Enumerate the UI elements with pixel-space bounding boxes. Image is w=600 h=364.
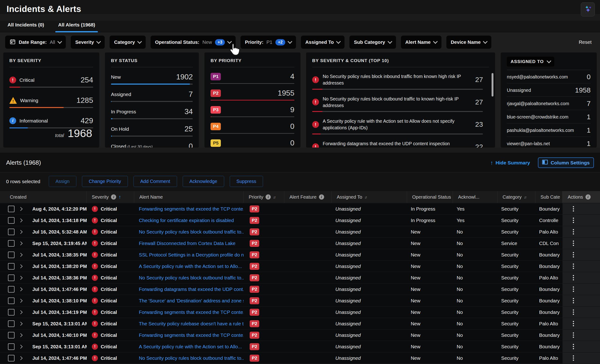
column-header-priority[interactable]: Priorityi↓↑: [244, 191, 284, 203]
alert-name-link[interactable]: A Security policy rule with the Action s…: [139, 263, 242, 269]
column-header-actions[interactable]: Actionsi: [562, 191, 600, 203]
filter-chip-alert-name[interactable]: Alert Name: [401, 36, 441, 49]
row-expand-chevron-icon[interactable]: [19, 322, 23, 326]
row-expand-chevron-icon[interactable]: [19, 241, 23, 245]
cell-category: Service: [497, 238, 535, 249]
acknowledge-button[interactable]: Acknowledge: [183, 176, 224, 187]
column-header-sub-cate[interactable]: Sub Cate: [535, 191, 562, 203]
assign-button[interactable]: Assign: [49, 176, 76, 187]
alert-name-link[interactable]: No Security policy rules block outbound …: [139, 275, 244, 281]
alert-name-link[interactable]: Firewall Disconnected from Cortex Data L…: [139, 241, 235, 246]
row-checkbox[interactable]: [8, 275, 15, 281]
row-checkbox[interactable]: [8, 332, 15, 338]
row-actions-menu-icon[interactable]: [572, 308, 575, 316]
row-actions-menu-icon[interactable]: [572, 342, 575, 351]
row-checkbox[interactable]: [8, 355, 15, 361]
alert-name-link[interactable]: No Security policy rules block outbound …: [139, 229, 244, 235]
row-expand-chevron-icon[interactable]: [19, 230, 23, 234]
alert-name-link[interactable]: No Security policy rules block outbound …: [139, 355, 244, 361]
row-actions-menu-icon[interactable]: [572, 319, 575, 328]
alerts-title-bar: Alerts (1968) ↑ Hide Summary Column Sett…: [0, 153, 600, 172]
row-checkbox[interactable]: [8, 240, 15, 247]
tab-all-alerts[interactable]: All Alerts (1968): [57, 21, 96, 32]
row-expand-chevron-icon[interactable]: [19, 345, 23, 349]
row-actions-menu-icon[interactable]: [572, 239, 575, 247]
priority-badge: P2: [250, 332, 259, 339]
row-expand-chevron-icon[interactable]: [19, 333, 23, 337]
row-checkbox[interactable]: [8, 206, 15, 212]
assigned-to-dropdown[interactable]: ASSIGNED TO: [507, 57, 554, 66]
filter-chip-sub-category[interactable]: Sub Category: [349, 36, 396, 49]
tab-all-incidents[interactable]: All Incidents (0): [7, 21, 45, 32]
row-actions-menu-icon[interactable]: [572, 354, 575, 362]
cell-assigned-to: Unassigned: [332, 318, 407, 329]
card-scrollbar[interactable]: [492, 73, 493, 96]
alert-name-link[interactable]: Forwarding segments that exceed the TCP …: [139, 206, 244, 212]
reset-filters-button[interactable]: Reset: [579, 39, 595, 45]
column-settings-button[interactable]: Column Settings: [538, 157, 594, 168]
row-expand-chevron-icon[interactable]: [19, 356, 23, 360]
filter-chip-device-name[interactable]: Device Name: [446, 36, 492, 49]
row-checkbox[interactable]: [8, 320, 15, 327]
alert-name-link[interactable]: Checking for certificate expiration is d…: [139, 218, 234, 223]
filter-chip-date-range[interactable]: Date Range:All: [5, 36, 66, 49]
row-expand-chevron-icon[interactable]: [19, 218, 23, 222]
row-expand-chevron-icon[interactable]: [19, 310, 23, 314]
row-actions-menu-icon[interactable]: [572, 331, 575, 339]
row-expand-chevron-icon[interactable]: [19, 299, 23, 303]
column-header-alert-feature[interactable]: Alert Featurei: [284, 191, 332, 203]
hide-summary-button[interactable]: ↑ Hide Summary: [490, 159, 530, 166]
alert-name-link[interactable]: Forwarding segments that exceed the TCP …: [139, 332, 244, 338]
row-expand-chevron-icon[interactable]: [19, 207, 23, 211]
filter-chip-priority[interactable]: Priority:P1+2: [241, 36, 296, 49]
alert-name-link[interactable]: SSL Protocol Settings in a Decryption pr…: [139, 252, 244, 258]
row-actions-menu-icon[interactable]: [572, 297, 575, 305]
cell-operational-status: New: [407, 341, 453, 352]
row-checkbox[interactable]: [8, 263, 15, 270]
alert-name-link[interactable]: A Security policy rule with the Action s…: [139, 344, 242, 349]
column-header-category[interactable]: Category↓↑: [497, 191, 535, 203]
status-label: In Progress: [111, 109, 136, 114]
row-actions-menu-icon[interactable]: [572, 285, 575, 293]
column-header-assigned-to[interactable]: Assigned To↓↑: [332, 191, 407, 203]
column-header-operational-status[interactable]: Operational Status↓↑: [407, 191, 453, 203]
row-checkbox[interactable]: [8, 217, 15, 224]
row-checkbox[interactable]: [8, 298, 15, 304]
alert-name-link[interactable]: Forwarding datagrams that exceed the UDP…: [139, 287, 244, 292]
filter-chip-category[interactable]: Category: [110, 36, 146, 49]
row-checkbox[interactable]: [8, 309, 15, 316]
cell-category: Security: [497, 249, 535, 260]
row-expand-chevron-icon[interactable]: [19, 264, 23, 268]
filter-chip-operational-status[interactable]: Operational Status:New+3: [150, 36, 236, 49]
cell-priority: P2: [244, 249, 284, 260]
row-expand-chevron-icon[interactable]: [19, 276, 23, 280]
column-header-created[interactable]: Created: [0, 191, 87, 203]
filter-chip-severity[interactable]: Severity: [71, 36, 105, 49]
column-header-alert-name[interactable]: Alert Name: [134, 191, 244, 203]
add-comment-button[interactable]: Add Comment: [133, 176, 177, 187]
row-expand-chevron-icon[interactable]: [19, 287, 23, 291]
assignee-count: 7: [587, 100, 591, 108]
ai-assistant-button[interactable]: [581, 2, 595, 16]
suppress-button[interactable]: Suppress: [230, 176, 263, 187]
row-checkbox[interactable]: [8, 252, 15, 258]
row-actions-menu-icon[interactable]: [572, 251, 575, 259]
cell-alert-name: The Security policy rulebase doesn't hav…: [134, 318, 244, 329]
column-header-severity[interactable]: Severityi↑: [87, 191, 134, 203]
row-checkbox[interactable]: [8, 286, 15, 293]
filter-chip-assigned-to[interactable]: Assigned To: [301, 36, 345, 49]
alert-name-link[interactable]: Forwarding segments that exceed the TCP …: [139, 309, 244, 315]
row-actions-menu-icon[interactable]: [572, 216, 575, 224]
alert-name-link[interactable]: The 'Source' and 'Destination' address a…: [139, 298, 244, 304]
row-actions-menu-icon[interactable]: [572, 262, 575, 270]
cell-alert-name: No Security policy rules block outbound …: [134, 226, 244, 237]
row-actions-menu-icon[interactable]: [572, 228, 575, 236]
change-priority-button[interactable]: Change Priority: [82, 176, 128, 187]
row-actions-menu-icon[interactable]: [572, 205, 575, 213]
row-expand-chevron-icon[interactable]: [19, 253, 23, 257]
column-header-acknowl-[interactable]: Acknowl...: [453, 191, 497, 203]
row-checkbox[interactable]: [8, 229, 15, 235]
row-actions-menu-icon[interactable]: [572, 274, 575, 282]
row-checkbox[interactable]: [8, 343, 15, 350]
alert-name-link[interactable]: The Security policy rulebase doesn't hav…: [139, 321, 244, 327]
